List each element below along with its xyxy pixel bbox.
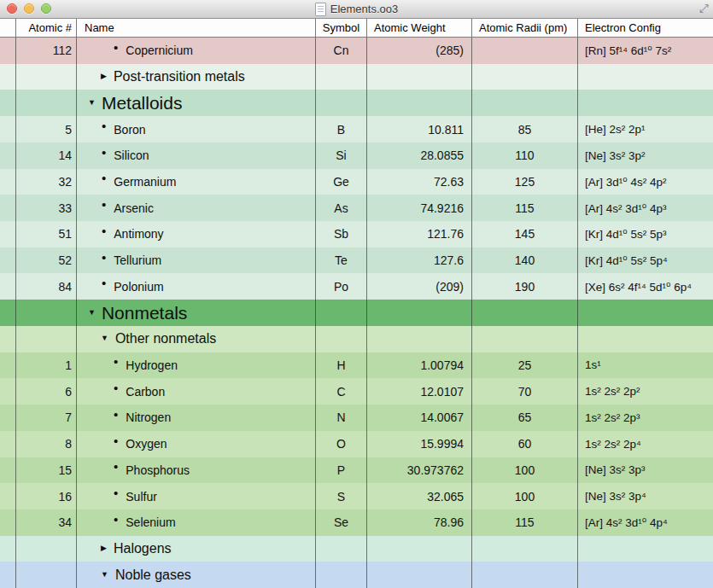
bullet-icon[interactable]: •	[102, 171, 106, 185]
atomic-radii-cell[interactable]: 145	[472, 221, 578, 247]
table-row[interactable]: ▼ Metalloids	[0, 90, 713, 116]
column-header-symbol[interactable]: Symbol	[316, 19, 367, 37]
table-row[interactable]: 34 • Selenium Se 78.96 115 [Ar] 4s² 3d¹⁰…	[0, 509, 713, 536]
atomic-number-cell[interactable]: 1	[16, 352, 77, 379]
atomic-number-cell[interactable]: 6	[16, 378, 77, 405]
name-cell[interactable]: • Nitrogen	[77, 405, 316, 431]
symbol-cell[interactable]: P	[316, 457, 367, 484]
table-row[interactable]: ▶ Post-transition metals	[0, 64, 713, 90]
symbol-cell[interactable]	[316, 536, 367, 562]
atomic-weight-cell[interactable]: 74.9216	[367, 195, 472, 221]
electron-config-cell[interactable]	[578, 326, 713, 352]
electron-config-cell[interactable]	[578, 64, 713, 90]
atomic-radii-cell[interactable]: 100	[472, 483, 578, 509]
table-row[interactable]: 52 • Tellurium Te 127.6 140 [Kr] 4d¹⁰ 5s…	[0, 247, 713, 274]
name-cell[interactable]: • Selenium	[77, 509, 316, 536]
atomic-radii-cell[interactable]: 25	[472, 352, 578, 379]
atomic-number-cell[interactable]: 15	[16, 457, 77, 484]
atomic-weight-cell[interactable]: 28.0855	[367, 143, 472, 169]
table-row[interactable]: 5 • Boron B 10.811 85 [He] 2s² 2p¹	[0, 116, 713, 143]
symbol-cell[interactable]: N	[316, 405, 367, 431]
symbol-cell[interactable]: S	[316, 483, 367, 509]
atomic-number-cell[interactable]: 14	[16, 143, 77, 169]
column-header-atomic-weight[interactable]: Atomic Weight	[367, 19, 472, 37]
bullet-icon[interactable]: •	[102, 250, 106, 265]
atomic-number-cell[interactable]	[16, 326, 77, 352]
atomic-weight-cell[interactable]: 14.0067	[367, 405, 472, 431]
bullet-icon[interactable]: •	[114, 512, 118, 527]
bullet-icon[interactable]: •	[102, 119, 106, 133]
atomic-number-cell[interactable]	[16, 300, 77, 326]
table-row[interactable]: 51 • Antimony Sb 121.76 145 [Kr] 4d¹⁰ 5s…	[0, 221, 713, 247]
symbol-cell[interactable]	[316, 64, 367, 90]
atomic-radii-cell[interactable]: 115	[472, 509, 578, 536]
atomic-radii-cell[interactable]: 125	[472, 169, 578, 195]
bullet-icon[interactable]: •	[102, 276, 106, 290]
atomic-weight-cell[interactable]	[367, 64, 472, 90]
name-cell[interactable]: • Polonium	[77, 273, 316, 300]
atomic-weight-cell[interactable]: 1.00794	[367, 352, 472, 379]
column-header-name[interactable]: Name	[77, 19, 316, 37]
atomic-weight-cell[interactable]	[367, 536, 472, 562]
electron-config-cell[interactable]: 1s² 2s² 2p³	[578, 405, 713, 431]
column-header-atomic-radii[interactable]: Atomic Radii (pm)	[472, 19, 578, 37]
atomic-weight-cell[interactable]: 127.6	[367, 247, 472, 274]
symbol-cell[interactable]: Sb	[316, 221, 367, 247]
atomic-radii-cell[interactable]: 70	[472, 378, 578, 405]
close-button[interactable]	[7, 3, 17, 14]
atomic-weight-cell[interactable]: (285)	[367, 38, 472, 64]
symbol-cell[interactable]: Po	[316, 273, 367, 300]
atomic-weight-cell[interactable]: 78.96	[367, 509, 472, 536]
name-cell[interactable]: • Hydrogen	[77, 352, 316, 379]
name-cell[interactable]: • Boron	[77, 116, 316, 143]
electron-config-cell[interactable]	[578, 562, 713, 588]
table-row[interactable]: 7 • Nitrogen N 14.0067 65 1s² 2s² 2p³	[0, 405, 713, 431]
symbol-cell[interactable]: As	[316, 195, 367, 221]
title-bar[interactable]: Elements.oo3 ⤢	[0, 0, 713, 19]
atomic-number-cell[interactable]: 34	[16, 509, 77, 536]
electron-config-cell[interactable]	[578, 90, 713, 116]
atomic-radii-cell[interactable]: 190	[472, 273, 578, 300]
table-row[interactable]: ▼ Noble gases	[0, 562, 713, 588]
name-cell[interactable]: ▶ Post-transition metals	[77, 64, 316, 90]
electron-config-cell[interactable]: 1s² 2s² 2p²	[578, 378, 713, 405]
table-row[interactable]: 6 • Carbon C 12.0107 70 1s² 2s² 2p²	[0, 378, 713, 405]
name-cell[interactable]: ▼ Other nonmetals	[77, 326, 316, 352]
symbol-cell[interactable]: Ge	[316, 169, 367, 195]
atomic-number-cell[interactable]: 52	[16, 247, 77, 274]
atomic-radii-cell[interactable]	[472, 562, 578, 588]
atomic-number-cell[interactable]	[16, 64, 77, 90]
name-cell[interactable]: • Copernicium	[77, 38, 316, 64]
symbol-cell[interactable]	[316, 562, 367, 588]
bullet-icon[interactable]: •	[114, 407, 118, 422]
electron-config-cell[interactable]: [Kr] 4d¹⁰ 5s² 5p³	[578, 221, 713, 247]
table-row[interactable]: ▼ Other nonmetals	[0, 326, 713, 352]
table-row[interactable]: 15 • Phosphorus P 30.973762 100 [Ne] 3s²…	[0, 457, 713, 484]
atomic-radii-cell[interactable]: 115	[472, 195, 578, 221]
document-icon[interactable]	[315, 3, 326, 16]
table-row[interactable]: 32 • Germanium Ge 72.63 125 [Ar] 3d¹⁰ 4s…	[0, 169, 713, 195]
atomic-weight-cell[interactable]: 10.811	[367, 116, 472, 143]
symbol-cell[interactable]: Te	[316, 247, 367, 274]
atomic-radii-cell[interactable]: 65	[472, 405, 578, 431]
atomic-number-cell[interactable]: 32	[16, 169, 77, 195]
name-cell[interactable]: • Tellurium	[77, 247, 316, 274]
symbol-cell[interactable]	[316, 326, 367, 352]
name-cell[interactable]: • Sulfur	[77, 483, 316, 509]
atomic-weight-cell[interactable]: 72.63	[367, 169, 472, 195]
table-row[interactable]: 112 • Copernicium Cn (285) [Rn] 5f¹⁴ 6d¹…	[0, 38, 713, 64]
atomic-radii-cell[interactable]	[472, 536, 578, 562]
atomic-weight-cell[interactable]	[367, 562, 472, 588]
electron-config-cell[interactable]: [Ar] 3d¹⁰ 4s² 4p²	[578, 169, 713, 195]
bullet-icon[interactable]: •	[114, 459, 118, 474]
disclosure-collapsed-icon[interactable]: ▶	[101, 72, 107, 80]
name-cell[interactable]: • Arsenic	[77, 195, 316, 221]
disclosure-expanded-icon[interactable]: ▼	[101, 334, 108, 342]
name-cell[interactable]: • Oxygen	[77, 431, 316, 457]
electron-config-cell[interactable]: [Ar] 4s² 3d¹⁰ 4p⁴	[578, 509, 713, 536]
symbol-cell[interactable]	[316, 300, 367, 326]
table-row[interactable]: 8 • Oxygen O 15.9994 60 1s² 2s² 2p⁴	[0, 431, 713, 457]
bullet-icon[interactable]: •	[114, 434, 118, 448]
disclosure-collapsed-icon[interactable]: ▶	[101, 544, 107, 552]
name-cell[interactable]: ▶ Halogens	[77, 536, 316, 562]
